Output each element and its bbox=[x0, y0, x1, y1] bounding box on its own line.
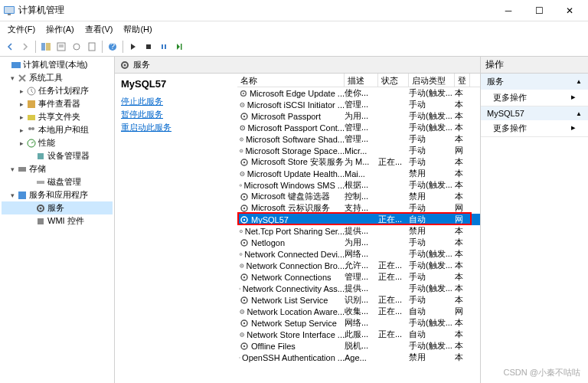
tree-services[interactable]: 服务 bbox=[2, 201, 113, 214]
service-row[interactable]: MySQL57正在...自动网 bbox=[237, 214, 480, 225]
play-icon[interactable] bbox=[126, 40, 140, 54]
col-startup[interactable]: 启动类型 bbox=[409, 74, 455, 87]
tree-scheduler[interactable]: ▸任务计划程序 bbox=[2, 84, 113, 97]
forward-button[interactable] bbox=[18, 40, 32, 54]
service-icon bbox=[239, 341, 250, 352]
tree-storage[interactable]: ▾存储 bbox=[2, 162, 113, 175]
service-row[interactable]: Net.Tcp Port Sharing Ser...提供...禁用本 bbox=[237, 225, 480, 237]
navigation-tree[interactable]: 计算机管理(本地) ▾系统工具 ▸任务计划程序 ▸事件查看器 ▸共享文件夹 ▸本… bbox=[0, 57, 115, 383]
svg-rect-4 bbox=[46, 43, 51, 51]
pause-icon[interactable] bbox=[157, 40, 171, 54]
service-icon bbox=[239, 100, 246, 110]
help-icon[interactable]: ? bbox=[106, 40, 119, 54]
svg-point-45 bbox=[243, 161, 245, 162]
svg-rect-12 bbox=[146, 44, 151, 49]
service-row[interactable]: Network Connectivity Ass...提供...手动(触发...… bbox=[237, 283, 480, 294]
service-icon bbox=[239, 283, 241, 294]
tree-performance[interactable]: ▸性能 bbox=[2, 136, 113, 149]
restart-icon[interactable] bbox=[172, 40, 186, 54]
service-row[interactable]: Netlogon为用...手动本 bbox=[237, 237, 480, 248]
service-icon bbox=[239, 88, 248, 99]
tree-services-apps[interactable]: ▾服务和应用程序 bbox=[2, 188, 113, 201]
tree-device-manager[interactable]: 设备管理器 bbox=[2, 149, 113, 162]
svg-point-63 bbox=[241, 265, 242, 266]
col-status[interactable]: 状态 bbox=[378, 74, 409, 87]
refresh-icon[interactable] bbox=[70, 40, 83, 54]
actions-section-services[interactable]: 服务▲ bbox=[481, 74, 588, 90]
service-row[interactable]: Microsoft Software Shad...管理...手动本 bbox=[237, 133, 480, 145]
service-icon bbox=[239, 249, 243, 260]
tree-root[interactable]: 计算机管理(本地) bbox=[2, 58, 113, 71]
service-row[interactable]: Network Connections管理...正在...手动本 bbox=[237, 271, 480, 283]
menu-help[interactable]: 帮助(H) bbox=[119, 22, 156, 37]
svg-point-77 bbox=[243, 345, 245, 346]
service-row[interactable]: Microsoft Update Health...Mai...禁用本 bbox=[237, 168, 480, 179]
service-icon bbox=[239, 329, 245, 340]
menu-action[interactable]: 操作(A) bbox=[41, 22, 79, 37]
service-row[interactable]: Network Store Interface ...此服...正在...自动本 bbox=[237, 329, 480, 340]
service-row[interactable]: OpenSSH Authentication ...Age...禁用本 bbox=[237, 352, 480, 363]
content-header: 服务 bbox=[115, 57, 480, 74]
export-icon[interactable] bbox=[85, 40, 99, 54]
minimize-button[interactable]: ─ bbox=[493, 0, 524, 21]
stop-service-link[interactable]: 停止此服务 bbox=[121, 96, 231, 107]
svg-point-39 bbox=[242, 127, 243, 129]
menu-view[interactable]: 查看(V) bbox=[80, 22, 118, 37]
svg-rect-3 bbox=[41, 43, 45, 51]
service-row[interactable]: Network Setup Service网络...手动(触发...本 bbox=[237, 317, 480, 329]
svg-point-8 bbox=[74, 44, 80, 50]
actions-section-mysql[interactable]: MySQL57▲ bbox=[481, 106, 588, 120]
svg-rect-9 bbox=[89, 43, 95, 51]
list-header[interactable]: 名称 描述 状态 启动类型 登 bbox=[237, 74, 480, 87]
service-row[interactable]: Microsoft iSCSI Initiator ...管理...手动本 bbox=[237, 99, 480, 110]
svg-point-21 bbox=[31, 127, 34, 130]
service-row[interactable]: Microsoft Passport为用...手动(触发...本 bbox=[237, 110, 480, 122]
service-row[interactable]: Microsoft Passport Cont...管理...手动(触发...本 bbox=[237, 122, 480, 133]
service-row[interactable]: Network Connected Devi...网络...手动(触发...本 bbox=[237, 248, 480, 260]
restart-service-link[interactable]: 重启动此服务 bbox=[121, 122, 231, 133]
service-row[interactable]: Network List Service识别...正在...手动本 bbox=[237, 294, 480, 306]
service-row[interactable]: Network Connection Bro...允许...正在...手动(触发… bbox=[237, 260, 480, 271]
svg-point-73 bbox=[243, 322, 245, 323]
service-icon bbox=[239, 203, 250, 214]
svg-text:?: ? bbox=[110, 41, 115, 51]
service-icon bbox=[239, 260, 245, 271]
service-row[interactable]: Network Location Aware...收集...正在...自动网 bbox=[237, 306, 480, 317]
show-hide-button[interactable] bbox=[39, 40, 53, 54]
svg-rect-16 bbox=[11, 62, 21, 68]
back-button[interactable] bbox=[3, 40, 17, 54]
col-logon[interactable]: 登 bbox=[455, 74, 470, 87]
watermark: CSDN @小秦不咕咕 bbox=[504, 367, 580, 378]
service-icon bbox=[239, 123, 246, 133]
service-row[interactable]: Microsoft 云标识服务支持...手动网 bbox=[237, 202, 480, 214]
more-actions-services[interactable]: 更多操作▸ bbox=[481, 90, 588, 106]
tree-system-tools[interactable]: ▾系统工具 bbox=[2, 71, 113, 84]
col-name[interactable]: 名称 bbox=[237, 74, 345, 87]
service-row[interactable]: Microsoft 键盘筛选器控制...禁用本 bbox=[237, 191, 480, 202]
col-desc[interactable]: 描述 bbox=[345, 74, 378, 87]
menubar: 文件(F) 操作(A) 查看(V) 帮助(H) bbox=[0, 21, 588, 37]
pause-service-link[interactable]: 暂停此服务 bbox=[121, 109, 231, 120]
service-row[interactable]: Microsoft Edge Update ...使你...手动(触发...本 bbox=[237, 87, 480, 99]
tree-disk-management[interactable]: 磁盘管理 bbox=[2, 175, 113, 188]
tree-wmi[interactable]: WMI 控件 bbox=[2, 214, 113, 228]
svg-point-69 bbox=[243, 299, 245, 300]
tree-shared-folders[interactable]: ▸共享文件夹 bbox=[2, 110, 113, 123]
service-row[interactable]: Microsoft Windows SMS ...根据...手动(触发...本 bbox=[237, 179, 480, 191]
svg-point-75 bbox=[241, 334, 242, 335]
service-row[interactable]: Microsoft Storage Space...Micr...手动网 bbox=[237, 145, 480, 156]
more-actions-mysql[interactable]: 更多操作▸ bbox=[481, 120, 588, 136]
stop-icon[interactable] bbox=[142, 40, 155, 54]
maximize-button[interactable]: ☐ bbox=[524, 0, 554, 21]
tree-event-viewer[interactable]: ▸事件查看器 bbox=[2, 97, 113, 110]
actions-pane: 操作 服务▲ 更多操作▸ MySQL57▲ 更多操作▸ bbox=[481, 57, 588, 383]
tree-local-users[interactable]: ▸本地用户和组 bbox=[2, 123, 113, 136]
service-icon bbox=[239, 146, 243, 156]
service-row[interactable]: Microsoft Store 安装服务为 M...正在...手动本 bbox=[237, 156, 480, 168]
properties-icon[interactable] bbox=[54, 40, 68, 54]
svg-rect-29 bbox=[38, 218, 44, 224]
close-button[interactable]: ✕ bbox=[554, 0, 585, 21]
menu-file[interactable]: 文件(F) bbox=[3, 22, 40, 37]
svg-rect-2 bbox=[8, 14, 11, 15]
service-row[interactable]: Offline Files脱机...手动(触发...本 bbox=[237, 340, 480, 352]
